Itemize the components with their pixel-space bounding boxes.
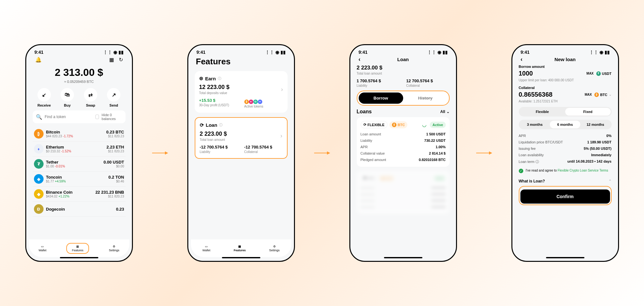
max-button[interactable]: MAX bbox=[586, 72, 593, 75]
refresh-icon[interactable]: ↻ bbox=[119, 57, 123, 62]
send-button[interactable]: ↗Send bbox=[107, 88, 120, 107]
buy-button[interactable]: 🛍Buy bbox=[61, 88, 74, 107]
collateral-label: Collateral bbox=[519, 86, 612, 90]
bell-icon[interactable]: 🔔 bbox=[35, 57, 42, 63]
seg-3m[interactable]: 3 months bbox=[520, 121, 550, 128]
status-icons: ⋮⋮ ◉ ▮▮ bbox=[103, 50, 124, 55]
newloan-topbar: ‹New loan bbox=[519, 55, 612, 65]
balance-btc: ≈ 0.05209459 BTC bbox=[33, 80, 126, 84]
features-title: Features bbox=[196, 57, 286, 67]
wifi-icon: ◉ bbox=[275, 50, 279, 55]
token-row[interactable]: ◈ Toncoin$1.77 +4.59% 0.2 TON$0.46 bbox=[33, 172, 126, 187]
receive-button[interactable]: ↙Receive bbox=[37, 88, 51, 107]
wifi-icon: ◉ bbox=[437, 50, 441, 55]
swap-icon: ⇄ bbox=[88, 92, 93, 98]
battery-icon: ▮▮ bbox=[281, 50, 286, 55]
chevron-right-icon: › bbox=[281, 86, 283, 93]
token-name: Bitcoin bbox=[46, 130, 106, 134]
loan-tabs: Borrow History bbox=[357, 91, 450, 106]
signal-icon: ⋮⋮ bbox=[265, 50, 274, 55]
loan-liability: 1 700.5764 $ bbox=[357, 78, 400, 83]
term-segment: 3 months 6 months 12 months bbox=[519, 120, 612, 129]
status-time: 9:41 bbox=[359, 50, 368, 55]
nav-features[interactable]: ▦Features bbox=[66, 243, 89, 254]
earn-profit: +15.53 $ bbox=[199, 98, 238, 103]
loan-topbar: ‹Loan bbox=[357, 55, 450, 65]
borrow-input[interactable]: 1000 bbox=[519, 70, 584, 77]
bag-icon: 🛍 bbox=[65, 92, 70, 98]
token-usd: $11 820.23 bbox=[95, 195, 124, 198]
status-time: 9:41 bbox=[35, 50, 44, 55]
nav-features[interactable]: ▦Features bbox=[234, 245, 246, 252]
info-icon: ⓘ bbox=[219, 123, 223, 127]
loan-row: Liability730.22 USDT bbox=[361, 137, 446, 144]
confirm-button[interactable]: Confirm bbox=[520, 189, 610, 204]
grid-icon: ▦ bbox=[76, 245, 79, 248]
collateral-input[interactable]: 0.86556368 bbox=[519, 91, 582, 98]
search-input[interactable] bbox=[45, 115, 93, 119]
seg-flexible[interactable]: Flexible bbox=[520, 108, 565, 116]
status-bar: 9:41 ⋮⋮◉▮▮ bbox=[515, 48, 615, 55]
nav-settings[interactable]: ⚙Settings bbox=[109, 245, 119, 252]
token-usd: $0.00 bbox=[103, 165, 124, 168]
token-row[interactable]: ₿ Bitcoin$44 820.23 -1.72% 0.23 BTC$11 8… bbox=[33, 126, 126, 141]
token-row[interactable]: ₮ Tether$1.00 -0.01% 0.00 USDT$0.00 bbox=[33, 157, 126, 172]
terms-link[interactable]: Flexible Crypto Loan Service Terms bbox=[558, 169, 608, 172]
earn-amount: 12 223.00 $ bbox=[199, 84, 230, 91]
seg-12m[interactable]: 12 months bbox=[580, 121, 611, 128]
loan-card[interactable]: ⟳Loanⓘ 2 223.00 $Total loan amount› -12 … bbox=[195, 117, 288, 159]
hide-zero-checkbox[interactable] bbox=[95, 115, 99, 119]
loans-filter[interactable]: All ⌄ bbox=[440, 109, 450, 114]
chevron-down-icon: ⌄ bbox=[446, 109, 450, 114]
wallet-icon: ▭ bbox=[41, 245, 44, 248]
token-price: $44 820.23 -1.72% bbox=[46, 134, 106, 138]
token-icon: ₮ bbox=[34, 159, 44, 169]
token-row[interactable]: ◆ Binance Coin$434.02 +1.22% 22 231.23 B… bbox=[33, 187, 126, 202]
agree-row[interactable]: ✓ I've read and agree to Flexible Crypto… bbox=[519, 169, 612, 173]
nav-settings[interactable]: ⚙Settings bbox=[269, 245, 280, 252]
collateral-currency[interactable]: ₿BTC ⌄ bbox=[594, 93, 612, 97]
svg-marker-3 bbox=[327, 151, 330, 155]
tab-history[interactable]: History bbox=[403, 93, 448, 104]
info-row: APR0% bbox=[519, 133, 612, 139]
earn-card[interactable]: ⊜Earnⓘ 12 223.00 $Total deposits value› … bbox=[195, 71, 288, 113]
faq-toggle[interactable]: What is Loan?⌃ bbox=[519, 176, 612, 186]
borrow-currency[interactable]: ₮USDT bbox=[596, 71, 612, 76]
phone-newloan: 9:41 ⋮⋮◉▮▮ ‹New loan Borrow amount 1000 … bbox=[511, 44, 619, 262]
nav-wallet[interactable]: ▭Wallet bbox=[38, 245, 46, 252]
token-price: $1.77 +4.59% bbox=[46, 180, 109, 183]
info-icon: ⓘ bbox=[218, 76, 221, 81]
loan-row: APR1.00% bbox=[361, 144, 446, 150]
token-row[interactable]: Ð Dogecoin 0.23 bbox=[33, 202, 126, 217]
token-price: $3 210.32 -1.52% bbox=[46, 149, 107, 153]
wallet-header: 🔔 ▦ ↻ bbox=[33, 55, 126, 64]
signal-icon: ⋮⋮ bbox=[103, 50, 112, 55]
phone-wallet: 9:41 ⋮⋮ ◉ ▮▮ 🔔 ▦ ↻ 2 313.00 $ ≈ 0.052094… bbox=[25, 44, 133, 262]
back-button[interactable]: ‹ bbox=[521, 56, 523, 63]
hide-zero-label: Hide 0 balances bbox=[102, 113, 122, 121]
status-bar: 9:41 ⋮⋮◉▮▮ bbox=[191, 48, 291, 55]
token-amount: 0.00 USDT bbox=[103, 160, 124, 165]
nav-wallet[interactable]: ▭Wallet bbox=[202, 245, 210, 252]
max-button[interactable]: MAX bbox=[585, 93, 592, 96]
qr-icon[interactable]: ▦ bbox=[109, 57, 114, 62]
available-note: Available: 1.25172321 ETH bbox=[519, 100, 612, 103]
loan-item[interactable]: ⟳FLEXIBLE ₿BTC ◡ Active Loan amount1 500… bbox=[357, 117, 450, 167]
back-button[interactable]: ‹ bbox=[359, 56, 361, 63]
search-icon: 🔍 bbox=[36, 114, 42, 120]
seg-6m[interactable]: 6 months bbox=[550, 121, 580, 128]
seg-fixed[interactable]: Fixed bbox=[565, 108, 611, 116]
swap-button[interactable]: ⇄Swap bbox=[84, 88, 97, 107]
gear-icon: ⚙ bbox=[273, 245, 276, 248]
tab-borrow[interactable]: Borrow bbox=[359, 93, 403, 104]
token-name: Toncoin bbox=[46, 175, 109, 180]
token-row[interactable]: ♦ Etherium$3 210.32 -1.52% 2.23 ETH$11 8… bbox=[33, 141, 126, 157]
status-bar: 9:41 ⋮⋮ ◉ ▮▮ bbox=[29, 48, 129, 55]
type-segment: Flexible Fixed bbox=[519, 107, 612, 117]
coins-icon: ⊜ bbox=[199, 76, 203, 81]
battery-icon: ▮▮ bbox=[443, 50, 448, 55]
info-row: Issuing fee5% (50.00 USDT) bbox=[519, 145, 612, 152]
token-usd: $11 820.23 bbox=[106, 134, 124, 138]
wifi-icon: ◉ bbox=[599, 50, 603, 55]
wallet-icon: ▭ bbox=[205, 245, 208, 248]
